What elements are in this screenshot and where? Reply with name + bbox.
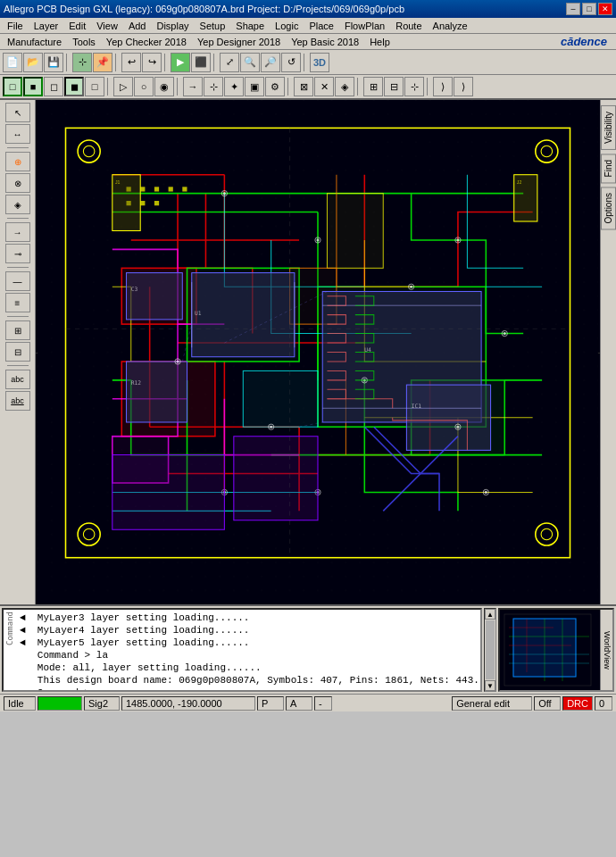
lp-add-via[interactable]: ⊗: [5, 173, 30, 193]
lp-text[interactable]: abc: [5, 370, 30, 389]
tab-find[interactable]: Find: [601, 154, 616, 183]
scroll-track[interactable]: [486, 620, 495, 679]
console-area: Command ◄ MyLayer3 layer setting loading…: [0, 604, 616, 694]
minimize-button[interactable]: –: [566, 3, 580, 15]
worldview-label: WorldView: [600, 610, 612, 690]
tb2-3[interactable]: ◻: [44, 77, 63, 96]
menu-display[interactable]: Display: [151, 20, 194, 32]
tab-visibility[interactable]: Visibility: [601, 105, 616, 150]
tb-sep2: [115, 54, 119, 71]
menu-shape[interactable]: Shape: [230, 20, 270, 32]
tb-new[interactable]: 📄: [3, 53, 22, 72]
console-line-2: ◄ MyLayer4 layer setting loading......: [20, 624, 477, 637]
lp-shape[interactable]: ◈: [5, 195, 30, 214]
cadence-logo: cādence: [561, 35, 614, 48]
console-line-5: Mode: all, layer setting loading......: [20, 661, 477, 674]
svg-rect-60: [127, 362, 187, 422]
tb-redo[interactable]: ↪: [142, 53, 162, 72]
menu-tools[interactable]: Tools: [67, 36, 101, 48]
menu-view[interactable]: View: [91, 20, 123, 32]
menu-analyze[interactable]: Analyze: [428, 20, 473, 32]
lp-sep5: [7, 365, 29, 366]
tb2-6[interactable]: ▷: [113, 77, 133, 96]
console-line-1: ◄ MyLayer3 layer setting loading......: [20, 612, 477, 624]
tb-open[interactable]: 📂: [23, 53, 43, 72]
tb2-13[interactable]: ⚙: [265, 77, 285, 96]
lp-text2[interactable]: abc: [5, 391, 30, 411]
tb-3d[interactable]: 3D: [310, 53, 329, 72]
tb2-5[interactable]: □: [85, 77, 104, 96]
menu-layer[interactable]: Layer: [29, 20, 64, 32]
tb-zoom-in[interactable]: 🔍: [240, 53, 260, 72]
tb2-4[interactable]: ◼: [64, 77, 84, 96]
tb-undo[interactable]: ↩: [121, 53, 141, 72]
close-button[interactable]: ✕: [598, 3, 612, 15]
tb2-16[interactable]: ◈: [335, 77, 354, 96]
menu-setup[interactable]: Setup: [195, 20, 231, 32]
tb2-1[interactable]: □: [3, 77, 22, 96]
worldview-panel[interactable]: WorldView: [498, 608, 614, 692]
status-idle: Idle: [4, 696, 36, 711]
scroll-up[interactable]: ▲: [485, 609, 495, 620]
menu-file[interactable]: File: [2, 20, 29, 32]
svg-rect-55: [154, 201, 159, 205]
menu-yep-basic[interactable]: Yep Basic 2018: [286, 36, 364, 48]
lp-line[interactable]: —: [5, 271, 30, 291]
tb-zoom-fit[interactable]: ⤢: [220, 53, 239, 72]
menu-add[interactable]: Add: [123, 20, 152, 32]
canvas-area[interactable]: U1 U4 C3 R12 IC1: [36, 100, 600, 604]
tb2-8[interactable]: ◉: [154, 77, 174, 96]
tb2-2[interactable]: ■: [23, 77, 43, 96]
tb2-15[interactable]: ✕: [314, 77, 334, 96]
lp-zoom-out[interactable]: ⊟: [5, 342, 30, 362]
tb2-12[interactable]: ▣: [245, 77, 264, 96]
lp-add-connect[interactable]: ⊕: [5, 152, 30, 171]
tb-snap[interactable]: ⊹: [72, 53, 92, 72]
svg-rect-52: [182, 187, 187, 191]
menu-edit[interactable]: Edit: [63, 20, 91, 32]
tb2-10[interactable]: ⊹: [204, 77, 223, 96]
tb2-9[interactable]: →: [183, 77, 203, 96]
tab-options[interactable]: Options: [601, 187, 616, 229]
tb2-18[interactable]: ⊟: [384, 77, 404, 96]
tb-stop[interactable]: ⬛: [191, 53, 211, 72]
tb-save[interactable]: 💾: [44, 53, 63, 72]
lp-route[interactable]: →: [5, 222, 30, 242]
lp-delay[interactable]: ⊸: [5, 244, 30, 263]
menu-manufacture[interactable]: Manufacture: [2, 36, 67, 48]
lp-move[interactable]: ↔: [5, 124, 30, 144]
tb2-sep1: [107, 78, 111, 96]
tb2-21[interactable]: ⟩: [454, 77, 473, 96]
menu-logic[interactable]: Logic: [270, 20, 304, 32]
menu-yep-designer[interactable]: Yep Designer 2018: [192, 36, 286, 48]
svg-rect-49: [140, 187, 145, 191]
lp-select[interactable]: ↖: [5, 103, 30, 122]
tb2-17[interactable]: ⊞: [363, 77, 383, 96]
status-dash: -: [314, 696, 332, 711]
tb-run[interactable]: ▶: [171, 53, 190, 72]
status-coords: 1485.0000, -190.0000: [121, 696, 255, 711]
menu-place[interactable]: Place: [304, 20, 339, 32]
lp-zoom-in[interactable]: ⊞: [5, 320, 30, 340]
tb-pin[interactable]: 📌: [93, 53, 112, 72]
svg-text:IC1: IC1: [412, 403, 422, 409]
pcb-svg[interactable]: U1 U4 C3 R12 IC1: [36, 100, 600, 604]
svg-rect-56: [192, 273, 295, 357]
menu-help[interactable]: Help: [364, 36, 395, 48]
tb-zoom-out[interactable]: 🔎: [261, 53, 280, 72]
tb-zoom-prev[interactable]: ↺: [281, 53, 301, 72]
menu-flowplan[interactable]: FlowPlan: [339, 20, 390, 32]
scroll-down[interactable]: ▼: [485, 680, 495, 691]
lp-dline[interactable]: ≡: [5, 293, 30, 312]
maximize-button[interactable]: □: [582, 3, 596, 15]
console-scrollbar[interactable]: ▲ ▼: [484, 608, 496, 692]
tb2-14[interactable]: ⊠: [294, 77, 313, 96]
console-line-4: Command > la: [20, 649, 477, 661]
svg-rect-39: [243, 370, 318, 427]
tb2-19[interactable]: ⊹: [404, 77, 424, 96]
tb2-11[interactable]: ✦: [224, 77, 244, 96]
menu-route[interactable]: Route: [390, 20, 427, 32]
tb2-20[interactable]: ⟩: [433, 77, 453, 96]
tb2-7[interactable]: ○: [134, 77, 154, 96]
menu-yep-checker[interactable]: Yep Checker 2018: [101, 36, 192, 48]
